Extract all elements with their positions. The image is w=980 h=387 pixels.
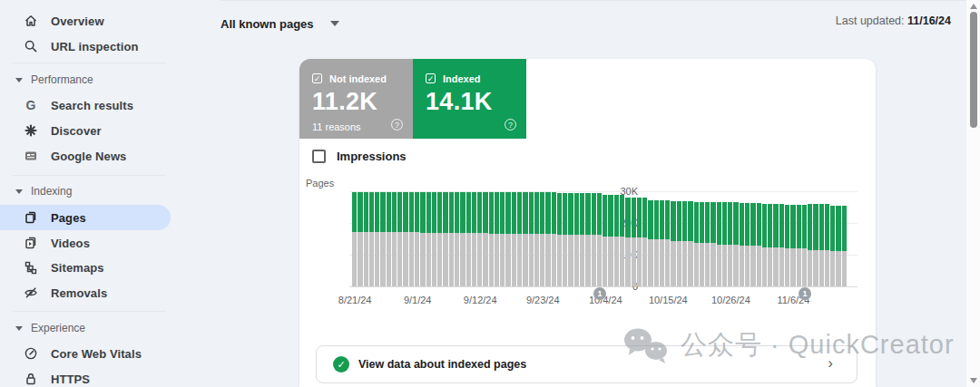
chart-bar-indexed: [682, 201, 687, 241]
chart-bar-not-indexed: [523, 234, 527, 286]
section-label: Experience: [31, 322, 85, 334]
view-indexed-data-card[interactable]: ✓ View data about indexed pages ›: [316, 345, 858, 383]
chart-bar-not-indexed: [437, 233, 442, 286]
chart-bar-indexed: [808, 204, 812, 250]
sidebar-item-discover[interactable]: Discover: [0, 118, 171, 143]
chart-bar-not-indexed: [517, 234, 522, 286]
vertical-scrollbar[interactable]: [965, 0, 980, 387]
gridline: [349, 286, 858, 287]
help-icon[interactable]: ?: [505, 119, 516, 131]
chart-bar-indexed: [375, 192, 379, 232]
chart-bar-indexed: [403, 192, 407, 232]
sidebar-item-overview[interactable]: Overview: [0, 8, 171, 34]
sidebar-section-indexing[interactable]: Indexing: [15, 183, 72, 199]
chart-bar-indexed: [603, 195, 607, 236]
x-tick-label: 9/23/24: [526, 295, 560, 305]
chart-annotation-marker[interactable]: 1: [799, 287, 811, 300]
chart-bar-not-indexed: [665, 239, 670, 286]
collapse-arrow-icon: [15, 326, 23, 331]
sidebar-item-removals[interactable]: Removals: [0, 280, 171, 305]
chart-bar-not-indexed: [397, 232, 402, 286]
chart-bar-not-indexed: [529, 234, 534, 286]
chart-bar-not-indexed: [375, 232, 379, 286]
x-tick-label: 10/15/24: [649, 295, 688, 305]
sidebar-item-core-web-vitals[interactable]: Core Web Vitals: [0, 341, 171, 366]
chart-annotation-marker[interactable]: 1: [593, 287, 606, 300]
tab-label: Not indexed: [329, 73, 387, 84]
tab-reasons: 11 reasons: [312, 121, 361, 132]
chart-bar-indexed: [842, 206, 847, 251]
chart-bar-not-indexed: [409, 232, 414, 286]
chevron-right-icon[interactable]: ›: [828, 354, 833, 372]
chart-bar-not-indexed: [472, 233, 476, 286]
chart-bar-not-indexed: [688, 241, 692, 286]
chart-bar-not-indexed: [415, 232, 419, 286]
help-icon[interactable]: ?: [391, 119, 403, 131]
checkbox-checked-icon[interactable]: ✓: [312, 73, 322, 83]
chart-bar-indexed: [710, 202, 715, 243]
chart-bar-not-indexed: [420, 233, 425, 286]
chart-bar-indexed: [443, 192, 447, 233]
chart-bar-indexed: [785, 205, 789, 249]
sidebar-item-search-results[interactable]: G Search results: [0, 92, 171, 118]
chart-bar-indexed: [534, 192, 539, 234]
chart-bar-not-indexed: [808, 250, 812, 286]
chart-bar-not-indexed: [728, 245, 732, 287]
chart-bar-not-indexed: [830, 251, 835, 286]
sidebar-item-url-inspection[interactable]: URL inspection: [0, 34, 171, 59]
chart-bar-indexed: [632, 198, 636, 237]
tab-not-indexed[interactable]: ✓ Not indexed 11.2K 11 reasons ?: [299, 59, 413, 139]
chart-bar-not-indexed: [380, 232, 385, 286]
chart-bar-not-indexed: [785, 248, 789, 286]
sidebar-item-label: URL inspection: [51, 40, 139, 53]
sidebar-item-label: Pages: [51, 211, 86, 225]
scrollbar-thumb[interactable]: [970, 12, 977, 128]
chart-bar-not-indexed: [432, 233, 436, 286]
checkbox-unchecked-icon[interactable]: [312, 150, 326, 163]
page-filter-dropdown[interactable]: All known pages: [220, 13, 339, 34]
pages-icon: [23, 210, 38, 226]
chart-bar-indexed: [552, 192, 556, 234]
impressions-toggle[interactable]: Impressions: [312, 150, 407, 163]
tab-indexed[interactable]: ✓ Indexed 14.1K ?: [413, 59, 526, 139]
scroll-down-icon[interactable]: [970, 378, 977, 383]
sidebar-item-videos[interactable]: Videos: [0, 230, 171, 256]
chart-bar-indexed: [483, 192, 487, 233]
sidebar-section-experience[interactable]: Experience: [15, 320, 85, 336]
chart-bar-not-indexed: [592, 235, 596, 286]
chart-bar-not-indexed: [779, 247, 784, 286]
checkbox-checked-icon[interactable]: ✓: [426, 73, 436, 83]
sidebar-section-performance[interactable]: Performance: [15, 72, 93, 88]
sidebar-item-sitemaps[interactable]: Sitemaps: [0, 255, 171, 280]
chart-bar-not-indexed: [597, 235, 602, 286]
sidebar-item-https[interactable]: HTTPS: [0, 366, 171, 387]
chart-bar-indexed: [505, 192, 510, 234]
chart-bar-indexed: [836, 206, 840, 251]
indexing-chart: Pages 30K20K10K0 8/21/249/1/249/12/249/2…: [299, 175, 876, 288]
sidebar-item-label: Google News: [51, 150, 126, 163]
chart-bar-indexed: [545, 192, 550, 234]
chart-bar-not-indexed: [819, 250, 824, 286]
chart-bar-not-indexed: [632, 237, 636, 286]
scroll-up-icon[interactable]: [970, 4, 977, 9]
gauge-icon: [23, 346, 38, 362]
chart-bar-indexed: [397, 192, 402, 232]
chart-bar-indexed: [768, 204, 772, 247]
chart-bar-indexed: [472, 192, 476, 233]
chart-bar-indexed: [733, 202, 738, 244]
chart-bar-indexed: [660, 200, 664, 239]
chart-bar-not-indexed: [717, 245, 721, 287]
sidebar-item-label: Core Web Vitals: [51, 347, 142, 361]
chart-bar-not-indexed: [387, 232, 391, 286]
chart-bar-indexed: [495, 192, 499, 234]
chart-bar-indexed: [740, 203, 744, 246]
sidebar-item-pages[interactable]: Pages: [0, 205, 171, 230]
chart-bar-not-indexed: [733, 245, 738, 287]
chart-bar-indexed: [426, 192, 431, 233]
chart-bar-indexed: [750, 203, 755, 246]
sidebar-item-google-news[interactable]: Google News: [0, 143, 171, 169]
chart-bar-not-indexed: [483, 233, 487, 286]
chart-bar-not-indexed: [677, 241, 681, 286]
last-updated: Last updated: 11/16/24: [836, 15, 951, 27]
chart-bar-not-indexed: [449, 233, 454, 286]
